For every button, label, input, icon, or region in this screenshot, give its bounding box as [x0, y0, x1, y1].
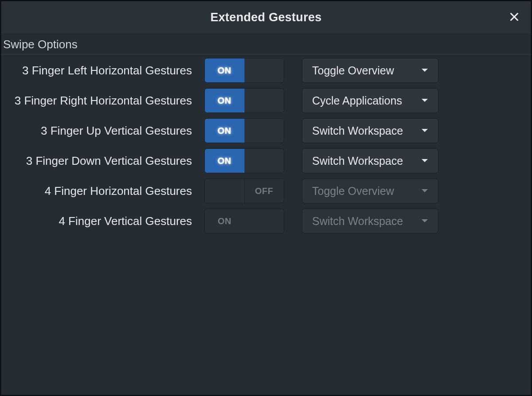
- action-dropdown[interactable]: Cycle Applications: [302, 88, 438, 113]
- window-title: Extended Gestures: [210, 11, 321, 24]
- action-dropdown[interactable]: Switch Workspace: [302, 148, 438, 173]
- chevron-down-icon: [421, 188, 428, 194]
- chevron-down-icon: [421, 98, 428, 103]
- toggle-on-side: [205, 179, 245, 203]
- action-dropdown: Switch Workspace: [302, 209, 438, 233]
- dropdown-value: Cycle Applications: [312, 94, 402, 107]
- chevron-down-icon: [421, 158, 428, 163]
- toggle-switch[interactable]: ON: [204, 148, 284, 173]
- setting-row: 4 Finger Vertical Gestures ON Switch Wor…: [1, 206, 531, 236]
- toggle-off-side: [245, 89, 284, 113]
- toggle-switch[interactable]: ON: [204, 58, 284, 83]
- action-dropdown: Toggle Overview: [302, 179, 438, 203]
- toggle-off-side: [245, 119, 284, 143]
- toggle-switch[interactable]: ON: [204, 88, 284, 113]
- toggle-on-side: ON: [205, 58, 245, 82]
- setting-row: 3 Finger Right Horizontal Gestures ON Cy…: [1, 85, 531, 116]
- toggle-off-side: [245, 149, 284, 173]
- setting-label: 3 Finger Down Vertical Gestures: [1, 154, 204, 168]
- dropdown-value: Switch Workspace: [312, 215, 403, 228]
- setting-label: 3 Finger Right Horizontal Gestures: [1, 94, 204, 108]
- dropdown-value: Toggle Overview: [312, 64, 394, 77]
- toggle-switch[interactable]: ON: [204, 209, 284, 233]
- dropdown-value: Switch Workspace: [312, 124, 403, 137]
- content-area: Swipe Options 3 Finger Left Horizontal G…: [1, 34, 531, 395]
- toggle-off-side: [244, 209, 284, 233]
- toggle-off-side: OFF: [245, 179, 284, 203]
- toggle-off-side: [245, 58, 284, 82]
- chevron-down-icon: [421, 68, 428, 73]
- chevron-down-icon: [421, 218, 428, 224]
- action-dropdown[interactable]: Switch Workspace: [302, 118, 438, 143]
- setting-row: 4 Finger Horizontal Gestures OFF Toggle …: [1, 176, 531, 206]
- setting-row: 3 Finger Up Vertical Gestures ON Switch …: [1, 116, 531, 146]
- setting-row: 3 Finger Down Vertical Gestures ON Switc…: [1, 146, 531, 176]
- setting-label: 3 Finger Up Vertical Gestures: [1, 124, 204, 138]
- close-icon: [510, 12, 519, 23]
- settings-rows: 3 Finger Left Horizontal Gestures ON Tog…: [1, 54, 531, 236]
- titlebar: Extended Gestures: [1, 1, 531, 34]
- toggle-on-side: ON: [205, 119, 245, 143]
- toggle-switch[interactable]: ON: [204, 118, 284, 143]
- toggle-on-side: ON: [205, 149, 245, 173]
- chevron-down-icon: [421, 128, 428, 133]
- setting-label: 4 Finger Horizontal Gestures: [1, 184, 204, 198]
- toggle-switch[interactable]: OFF: [204, 179, 284, 203]
- toggle-on-side: ON: [205, 209, 244, 233]
- dropdown-value: Switch Workspace: [312, 155, 403, 167]
- setting-label: 4 Finger Vertical Gestures: [1, 214, 204, 228]
- action-dropdown[interactable]: Toggle Overview: [302, 58, 438, 83]
- dropdown-value: Toggle Overview: [312, 185, 394, 198]
- section-heading: Swipe Options: [1, 34, 531, 54]
- setting-label: 3 Finger Left Horizontal Gestures: [1, 64, 204, 78]
- close-button[interactable]: [507, 10, 522, 25]
- setting-row: 3 Finger Left Horizontal Gestures ON Tog…: [1, 55, 531, 85]
- window: Extended Gestures Swipe Options 3 Finger…: [1, 1, 531, 395]
- toggle-on-side: ON: [205, 89, 245, 113]
